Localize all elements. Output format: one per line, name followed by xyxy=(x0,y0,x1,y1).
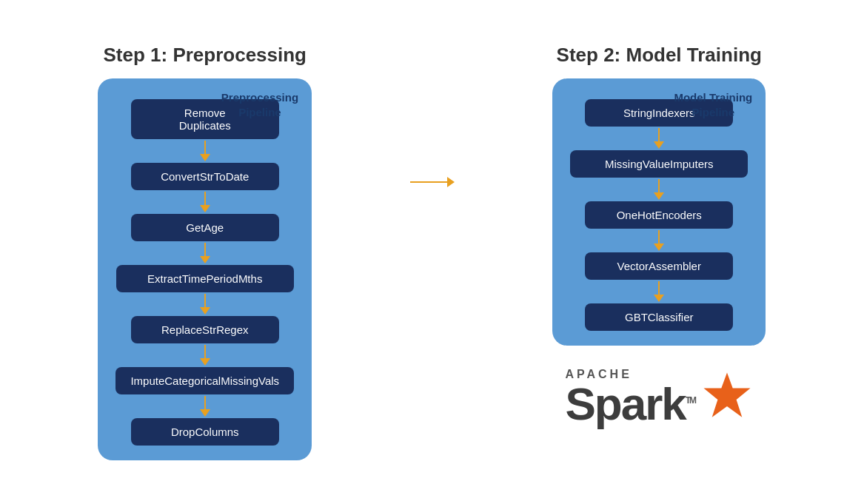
connector-arrowhead xyxy=(447,177,455,187)
connector-line xyxy=(410,181,447,183)
right-column: Step 2: Model Training Model TrainingPip… xyxy=(484,44,835,427)
spark-word: SparkTM xyxy=(565,381,695,427)
node-convert-str-to-date: ConvertStrToDate xyxy=(131,163,279,190)
node-impute-categorical: ImputeCategoricalMissingVals xyxy=(115,367,294,394)
node-replace-str-regex: ReplaceStrRegex xyxy=(131,316,279,343)
step-connector xyxy=(410,177,455,187)
node-one-hot-encoders: OneHotEncoders xyxy=(585,201,733,229)
arrow-2 xyxy=(200,192,210,212)
preprocessing-pipeline-label: PreprocessingPipeline xyxy=(221,90,298,119)
step2-section: Step 2: Model Training Model TrainingPip… xyxy=(552,44,766,346)
node-gbt-classifier: GBTClassifier xyxy=(585,303,733,331)
arrow-1 xyxy=(200,141,210,161)
node-get-age: GetAge xyxy=(131,214,279,241)
model-training-pipeline-box: Model TrainingPipeline StringIndexers Mi… xyxy=(552,78,766,346)
node-vector-assembler: VectorAssembler xyxy=(585,252,733,280)
arrow-m1 xyxy=(654,128,664,149)
step2-title: Step 2: Model Training xyxy=(557,44,762,67)
model-training-pipeline-label: Model TrainingPipeline xyxy=(674,90,752,119)
arrow-6 xyxy=(200,396,210,417)
preprocessing-steps: RemoveDuplicates ConvertStrToDate GetAge… xyxy=(115,99,294,446)
step1-title: Step 1: Preprocessing xyxy=(103,44,307,67)
spark-text-group: APACHE SparkTM xyxy=(565,368,695,427)
step1-section: Step 1: Preprocessing PreprocessingPipel… xyxy=(30,44,381,460)
arrow-m4 xyxy=(654,281,664,302)
spark-star-icon xyxy=(701,370,753,425)
node-extract-time-period: ExtractTimePeriodMths xyxy=(116,265,294,292)
node-drop-columns: DropColumns xyxy=(131,418,279,446)
arrow-m3 xyxy=(654,230,664,251)
svg-marker-0 xyxy=(704,373,751,417)
node-missing-value-imputers: MissingValueImputers xyxy=(570,150,748,178)
spark-logo: APACHE SparkTM xyxy=(565,368,753,427)
arrow-5 xyxy=(200,345,210,366)
main-container: Step 1: Preprocessing PreprocessingPipel… xyxy=(0,29,864,475)
spark-tm: TM xyxy=(686,395,695,406)
arrow-m2 xyxy=(654,179,664,200)
preprocessing-pipeline-box: PreprocessingPipeline RemoveDuplicates C… xyxy=(98,78,312,460)
model-training-steps: StringIndexers MissingValueImputers OneH… xyxy=(570,99,748,331)
arrow-3 xyxy=(200,243,210,263)
arrow-4 xyxy=(200,294,210,315)
